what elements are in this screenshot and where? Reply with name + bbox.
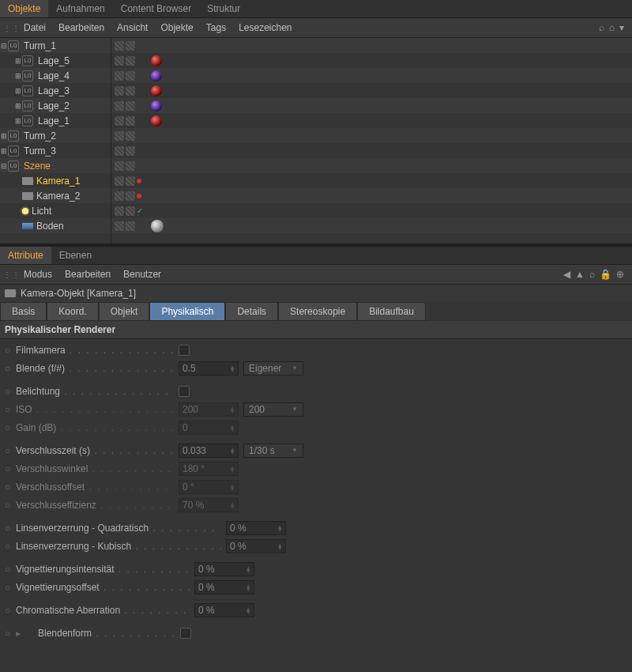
field-linsen-kub[interactable]: 0 %▴▾ (226, 539, 286, 553)
expand-icon[interactable]: ⊞ (14, 57, 22, 65)
expand-icon[interactable]: ⊟ (0, 42, 8, 50)
visibility-icon[interactable] (115, 56, 124, 66)
menu-tags[interactable]: Tags (200, 21, 232, 35)
home-icon[interactable]: ⌂ (609, 22, 615, 33)
visibility-icon[interactable] (115, 71, 124, 81)
tab-aufnahmen[interactable]: Aufnahmen (48, 0, 112, 17)
render-icon[interactable] (126, 41, 135, 51)
tree-row[interactable]: ⊞L0Lage_3 (0, 83, 632, 98)
field-iso[interactable]: 200▴▾ (179, 402, 239, 417)
render-icon[interactable] (126, 56, 135, 66)
material-sphere-icon[interactable] (151, 100, 162, 111)
tag-dot-icon[interactable] (137, 194, 141, 198)
expand-icon[interactable]: ⊞ (14, 72, 22, 80)
field-linsen-quad[interactable]: 0 %▴▾ (226, 521, 286, 535)
field-chrom[interactable]: 0 %▴▾ (194, 603, 254, 617)
render-icon[interactable] (126, 116, 135, 126)
expand-icon[interactable]: ⊞ (14, 102, 22, 110)
expand-icon[interactable]: ⊞ (0, 147, 8, 155)
lock-icon[interactable]: 🔒 (600, 269, 611, 280)
expand-icon[interactable]: ⊞ (0, 132, 8, 140)
object-tree[interactable]: ⊟L0Turm_1⊞L0Lage_5⊞L0Lage_4⊞L0Lage_3⊞L0L… (0, 38, 632, 244)
prev-icon[interactable]: ◀ (563, 269, 570, 280)
search-icon[interactable]: ⌕ (589, 269, 595, 280)
visibility-icon[interactable] (115, 206, 124, 216)
menu-bearbeiten[interactable]: Bearbeiten (58, 267, 117, 281)
material-sphere-icon[interactable] (151, 70, 162, 81)
dropdown-blende[interactable]: Eigener▼ (243, 361, 303, 376)
visibility-icon[interactable] (115, 86, 124, 96)
tab-ebenen[interactable]: Ebenen (51, 247, 100, 264)
field-vign-off[interactable]: 0 %▴▾ (194, 580, 254, 595)
visibility-icon[interactable] (115, 41, 124, 51)
attrtab-objekt[interactable]: Objekt (99, 302, 150, 321)
field-gain[interactable]: 0▴▾ (179, 421, 239, 435)
tree-row[interactable]: ⊞L0Lage_1 (0, 113, 632, 128)
menu-modus[interactable]: Modus (17, 267, 58, 281)
tree-row[interactable]: Licht✓ (0, 203, 632, 218)
visibility-icon[interactable] (115, 191, 124, 201)
field-verschlusszeit[interactable]: 0.033▴▾ (179, 444, 239, 458)
render-icon[interactable] (126, 131, 135, 141)
material-sphere-icon[interactable] (151, 55, 162, 66)
tab-content browser[interactable]: Content Browser (113, 0, 199, 17)
attrtab-koord.[interactable]: Koord. (47, 302, 98, 321)
field-verschlussoffset[interactable]: 0 °▴▾ (179, 480, 239, 494)
render-icon[interactable] (126, 146, 135, 156)
tree-row[interactable]: ⊞L0Lage_4 (0, 68, 632, 83)
tree-row[interactable]: ⊞L0Turm_2 (0, 128, 632, 143)
tree-row[interactable]: ⊞L0Turm_3 (0, 143, 632, 158)
visibility-icon[interactable] (115, 161, 124, 171)
settings-icon[interactable]: ⊕ (616, 269, 624, 280)
menu-benutzer[interactable]: Benutzer (117, 267, 167, 281)
tree-row[interactable]: ⊟L0Turm_1 (0, 38, 632, 53)
up-icon[interactable]: ▲ (575, 269, 585, 280)
menu-bearbeiten[interactable]: Bearbeiten (52, 21, 111, 35)
expand-icon[interactable]: ⊞ (14, 87, 22, 95)
field-vign-int[interactable]: 0 %▴▾ (194, 562, 254, 576)
field-verschlusswinkel[interactable]: 180 °▴▾ (179, 462, 239, 476)
menu-objekte[interactable]: Objekte (154, 21, 199, 35)
render-icon[interactable] (126, 191, 135, 201)
menu-lesezeichen[interactable]: Lesezeichen (232, 21, 298, 35)
field-blende[interactable]: 0.5▴▾ (179, 361, 239, 376)
tab-attribute[interactable]: Attribute (0, 247, 51, 264)
menu-datei[interactable]: Datei (17, 21, 52, 35)
expand-icon[interactable]: ⊞ (14, 117, 22, 125)
material-sphere-icon[interactable] (151, 220, 164, 232)
expand-icon[interactable]: ⊟ (0, 162, 8, 170)
tree-row[interactable]: ⊞L0Lage_2 (0, 98, 632, 113)
attrtab-physikalisch[interactable]: Physikalisch (149, 302, 225, 321)
attrtab-basis[interactable]: Basis (0, 302, 47, 321)
tree-row[interactable]: Kamera_2 (0, 188, 632, 203)
visibility-icon[interactable] (115, 131, 124, 141)
tab-struktur[interactable]: Struktur (199, 0, 248, 17)
visibility-icon[interactable] (115, 221, 124, 231)
checkbox-blendenform[interactable] (180, 628, 191, 639)
render-icon[interactable] (126, 206, 135, 216)
field-verschlusseffizienz[interactable]: 70 %▴▾ (179, 498, 239, 512)
render-icon[interactable] (126, 86, 135, 96)
visibility-icon[interactable] (115, 176, 124, 186)
dropdown-iso[interactable]: 200▼ (243, 402, 303, 417)
tree-row[interactable]: Kamera_1 (0, 173, 632, 188)
attrtab-stereoskopie[interactable]: Stereoskopie (278, 302, 357, 321)
tree-row[interactable]: ⊟L0Szene (0, 158, 632, 173)
attrtab-details[interactable]: Details (225, 302, 278, 321)
visibility-icon[interactable] (115, 101, 124, 111)
render-icon[interactable] (126, 161, 135, 171)
visibility-icon[interactable] (115, 146, 124, 156)
menu-ansicht[interactable]: Ansicht (111, 21, 154, 35)
render-icon[interactable] (126, 176, 135, 186)
checkbox-filmkamera[interactable] (179, 345, 190, 356)
tag-dot-icon[interactable] (137, 179, 141, 183)
render-icon[interactable] (126, 221, 135, 231)
render-icon[interactable] (126, 101, 135, 111)
dropdown-verschlusszeit[interactable]: 1/30 s▼ (243, 444, 303, 458)
visibility-icon[interactable] (115, 116, 124, 126)
attrtab-bildaufbau[interactable]: Bildaufbau (357, 302, 426, 321)
checkbox-belichtung[interactable] (179, 386, 190, 397)
tree-row[interactable]: Boden (0, 218, 632, 233)
tag-check-icon[interactable]: ✓ (137, 206, 143, 215)
tab-objekte[interactable]: Objekte (0, 0, 48, 17)
